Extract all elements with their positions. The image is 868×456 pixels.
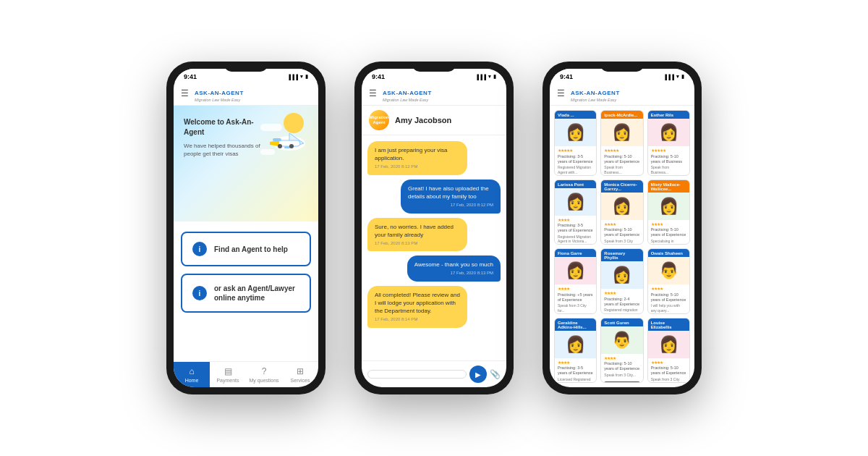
agent-header-1: Vlada ... (555, 111, 596, 119)
home-menu-items: i Find an Agent to help i or ask an Agen… (174, 221, 318, 323)
agent-stars-7: ★★★★ (558, 287, 593, 292)
signal-icon-3: ▐▐▐ (663, 75, 674, 80)
agent-body-11: ★★★★ Practising: 5-10 years of Experienc… (601, 354, 642, 380)
agent-desc-4: Registered Migration Agent in Victoria..… (558, 235, 593, 244)
ask-agent-label: or ask an Agent/Lawyer online anytime (214, 284, 299, 303)
agent-name-3: Esther Rils (651, 113, 673, 117)
menu-icon-3[interactable]: ☰ (557, 88, 565, 98)
status-icons-3: ▐▐▐ ▾ ▮ (663, 74, 684, 80)
phone-agents: 9:41 ▐▐▐ ▾ ▮ ☰ ASK-AN-AGENT Migration La… (542, 62, 702, 394)
agent-header-6: Misty Wallace-Wallicee... (648, 180, 689, 193)
agent-card-1[interactable]: Vlada ... 👩 ★★★★★ Practising: 3-5 years … (554, 110, 597, 176)
chat-messages: I am just preparing your visa applicatio… (362, 135, 506, 360)
agent-desc-8: Registered migration agent... (604, 308, 639, 313)
agent-card-7[interactable]: Fiona Garre 👩 ★★★★ Practising: +5 years … (554, 248, 597, 314)
agent-stars-5: ★★★★ (604, 222, 639, 228)
nav-services[interactable]: ⊞ Services (282, 362, 318, 387)
nav-payments[interactable]: ▤ Payments (210, 362, 246, 387)
agent-photo-3: 👩 (648, 119, 689, 146)
agent-stars-11: ★★★★ (604, 356, 639, 362)
agent-card-2[interactable]: Ipsck-McArdle... 👩 ★★★★★ Practising: 5-1… (600, 110, 643, 176)
agent-card-8[interactable]: Rosemary Phyllis 👩 ★★★★ Practising: 2-4 … (600, 248, 643, 314)
menu-icon-2[interactable]: ☰ (369, 88, 377, 98)
brand-2: ASK-AN-AGENT Migration Law Made Easy (383, 85, 432, 102)
message-1-time: 17 Feb, 2020 8:12 PM (375, 164, 460, 169)
agent-exp-8: Practising: 2-4 years of Experience (604, 297, 639, 307)
menu-icon[interactable]: ☰ (181, 88, 189, 98)
agent-name: Amy Jacobson (395, 116, 451, 124)
agent-card-5[interactable]: Monica Cicerro-Garrzy... 👩 ★★★★ Practisi… (600, 180, 643, 245)
agent-body-10: ★★★★ Practising: 3-5 years of Experience… (555, 358, 596, 384)
agent-photo-11: 👨 (601, 326, 642, 354)
agent-card-10[interactable]: Geraldine Adkins-Hills... 👩 ★★★★ Practis… (554, 318, 597, 384)
send-button[interactable]: ▶ (469, 366, 487, 383)
find-agent-icon: i (192, 242, 207, 256)
agent-grid: Vlada ... 👩 ★★★★★ Practising: 3-5 years … (550, 106, 694, 387)
svg-rect-5 (284, 146, 290, 148)
agent-name-4: Larissa Pont (558, 182, 584, 187)
agent-exp-3: Practising: 5-10 years of Business (651, 154, 686, 164)
find-agent-menu-item[interactable]: i Find an Agent to help (181, 232, 311, 266)
status-time-1: 9:41 (184, 73, 197, 80)
phone-notch-2 (412, 62, 456, 72)
agent-card-4[interactable]: Larissa Pont 👩 ★★★★ Practising: 3-5 year… (554, 180, 597, 245)
agent-body-6: ★★★★ Practising: 5-10 years of Experienc… (648, 220, 689, 245)
hero-banner: Welcome to Ask-An-Agent We have helped t… (174, 106, 318, 221)
chat-input-field[interactable] (367, 370, 467, 379)
payments-nav-label: Payments (216, 378, 239, 383)
brand-name: ASK-AN-AGENT (195, 90, 244, 96)
phone-home: 9:41 ▐▐▐ ▾ ▮ ☰ ASK-AN-AGENT Migration La… (166, 62, 326, 394)
phone1-content: Welcome to Ask-An-Agent We have helped t… (174, 106, 318, 387)
agent-photo-2: 👩 (601, 119, 642, 146)
app-header-2: ☰ ASK-AN-AGENT Migration Law Made Easy (362, 82, 506, 106)
agent-card-3[interactable]: Esther Rils 👩 ★★★★★ Practising: 5-10 yea… (647, 110, 690, 176)
find-agent-label: Find an Agent to help (214, 245, 288, 254)
message-1-text: I am just preparing your visa applicatio… (375, 147, 448, 161)
agent-card-9[interactable]: Owais Shaheen 👨 ★★★★ Practising: 5-10 ye… (647, 248, 690, 314)
status-time-3: 9:41 (560, 73, 573, 80)
hero-welcome-text: Welcome to Ask-An-Agent (184, 117, 263, 138)
status-icons-1: ▐▐▐ ▾ ▮ (287, 74, 308, 80)
message-3-text: Sure, no worries. I have added your fami… (375, 224, 454, 238)
agent-desc-9: I will help you with any query... (651, 303, 686, 313)
agent-desc-12: Speak from 3 City for... (651, 377, 686, 383)
attachment-icon[interactable]: 📎 (490, 369, 501, 379)
brand-tagline-2: Migration Law Made Easy (383, 98, 432, 102)
nav-home[interactable]: ⌂ Home (174, 362, 210, 387)
chat-header: MigrationAgent Amy Jacobson (362, 106, 506, 135)
agent-card-11[interactable]: Scott Guren 👨 ★★★★ Practising: 5-10 year… (600, 318, 643, 384)
svg-rect-4 (273, 138, 281, 141)
agent-body-12: ★★★★ Practising: 5-10 years of Experienc… (648, 358, 689, 384)
agent-body-1: ★★★★★ Practising: 3-5 years of Experienc… (555, 146, 596, 176)
agent-header-4: Larissa Pont (555, 180, 596, 188)
contact-btn-11[interactable]: Contact Agent (604, 381, 639, 383)
message-4-time: 17 Feb, 2020 8:13 PM (414, 270, 493, 276)
chat-input-bar: ▶ 📎 (362, 360, 506, 387)
agent-name-11: Scott Guren (604, 321, 629, 325)
agent-name-10: Geraldine Adkins-Hills... (558, 321, 593, 329)
services-nav-label: Services (291, 378, 310, 383)
agent-body-2: ★★★★★ Practising: 5-10 years of Experien… (601, 146, 642, 176)
send-icon: ▶ (475, 371, 481, 379)
agent-card-6[interactable]: Misty Wallace-Wallicee... 👩 ★★★★ Practis… (647, 180, 690, 245)
agent-name-1: Vlada ... (558, 113, 574, 117)
agent-exp-6: Practising: 5-10 years of Experience (651, 227, 686, 237)
agent-stars-3: ★★★★★ (651, 148, 686, 154)
agent-stars-6: ★★★★ (651, 222, 686, 228)
agent-stars-4: ★★★★ (558, 218, 593, 224)
ask-agent-icon: i (192, 286, 207, 300)
agent-desc-6: Specialising in immigration... (651, 239, 686, 245)
svg-point-6 (278, 144, 282, 148)
ask-agent-menu-item[interactable]: i or ask an Agent/Lawyer online anytime (181, 274, 311, 313)
agent-exp-11: Practising: 5-10 years of Experience (604, 361, 639, 371)
home-nav-label: Home (185, 378, 199, 383)
agent-exp-7: Practising: +5 years of Experience (558, 292, 593, 303)
agent-stars-10: ★★★★ (558, 360, 593, 366)
agent-photo-5: 👩 (601, 193, 642, 220)
agent-body-3: ★★★★★ Practising: 5-10 years of Business… (648, 146, 689, 176)
agent-card-12[interactable]: Louise Elizabellis 👩 ★★★★ Practising: 5-… (647, 318, 690, 384)
bottom-nav-1: ⌂ Home ▤ Payments ? My questions ⊞ Servi… (174, 361, 318, 387)
agent-photo-9: 👨 (648, 257, 689, 284)
nav-questions[interactable]: ? My questions (246, 362, 282, 387)
battery-icon-3: ▮ (681, 74, 684, 80)
